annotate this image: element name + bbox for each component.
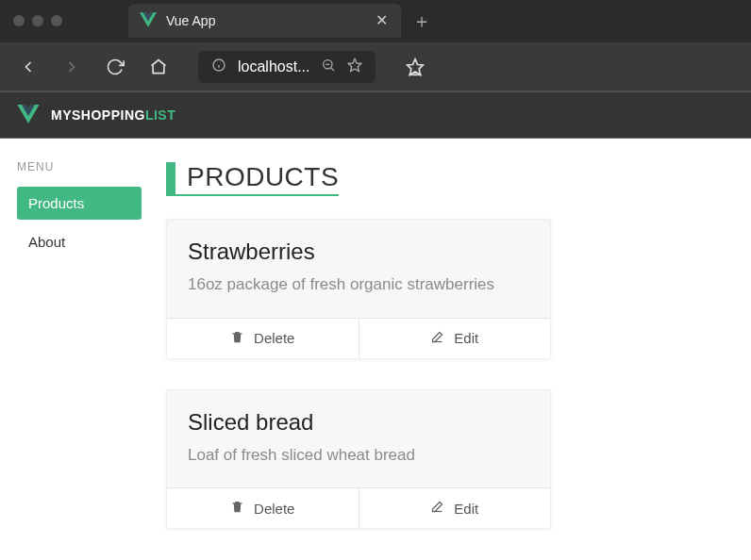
delete-label: Delete — [254, 330, 294, 346]
delete-button[interactable]: Delete — [167, 488, 359, 528]
trash-icon — [230, 330, 244, 347]
product-name: Sliced bread — [188, 409, 529, 436]
sidebar: MENU Products About — [17, 160, 142, 559]
card-actions: Delete Edit — [167, 487, 550, 528]
traffic-zoom-icon[interactable] — [51, 15, 62, 26]
edit-button[interactable]: Edit — [359, 319, 551, 358]
site-info-icon[interactable] — [211, 58, 226, 76]
close-tab-icon[interactable]: ✕ — [376, 13, 388, 28]
new-tab-button[interactable]: ＋ — [412, 8, 431, 34]
browser-chrome: Vue App ✕ ＋ localhost... — [0, 0, 751, 91]
browser-toolbar: localhost... — [0, 41, 751, 91]
brand-accent: LIST — [145, 107, 175, 123]
app-logo-icon — [17, 105, 40, 127]
sidebar-item-about[interactable]: About — [17, 225, 142, 258]
edit-label: Edit — [454, 501, 478, 517]
svg-marker-7 — [408, 58, 424, 74]
menu-label: MENU — [17, 160, 142, 173]
svg-marker-6 — [349, 58, 361, 71]
sidebar-item-label: Products — [28, 195, 84, 211]
forward-button[interactable] — [62, 58, 81, 76]
delete-label: Delete — [254, 501, 294, 517]
brand: MYSHOPPINGLIST — [51, 107, 175, 123]
app-header: MYSHOPPINGLIST — [0, 91, 751, 138]
favorite-icon[interactable] — [347, 58, 362, 76]
page: MENU Products About PRODUCTS Strawberrie… — [0, 138, 751, 559]
vue-logo-icon — [140, 12, 157, 30]
card-actions: Delete Edit — [167, 318, 550, 358]
edit-label: Edit — [454, 330, 478, 346]
edit-button[interactable]: Edit — [359, 488, 551, 528]
address-bar[interactable]: localhost... — [198, 51, 376, 83]
edit-icon — [430, 500, 444, 517]
edit-icon — [430, 330, 444, 347]
traffic-minimize-icon[interactable] — [32, 15, 43, 26]
delete-button[interactable]: Delete — [167, 319, 359, 358]
sidebar-item-products[interactable]: Products — [17, 187, 142, 220]
title-bar: Vue App ✕ ＋ — [0, 0, 751, 41]
brand-prefix: MY — [51, 107, 72, 123]
window-controls — [0, 15, 62, 26]
product-card: Strawberries 16oz package of fresh organ… — [166, 219, 551, 359]
url-text: localhost... — [238, 58, 309, 75]
trash-icon — [230, 500, 244, 517]
page-title: PRODUCTS — [166, 162, 339, 196]
product-name: Strawberries — [188, 239, 529, 265]
reload-button[interactable] — [106, 58, 125, 76]
browser-tab[interactable]: Vue App ✕ — [128, 4, 401, 38]
main: PRODUCTS Strawberries 16oz package of fr… — [166, 160, 551, 559]
product-description: 16oz package of fresh organic strawberri… — [188, 272, 529, 297]
product-card: Sliced bread Loaf of fresh sliced wheat … — [166, 389, 551, 530]
svg-line-4 — [331, 67, 334, 70]
sidebar-item-label: About — [28, 234, 65, 250]
home-button[interactable] — [149, 58, 168, 76]
favorites-bar-icon[interactable] — [406, 58, 425, 76]
product-description: Loaf of fresh sliced wheat bread — [188, 443, 529, 468]
brand-mid: SHOPPING — [72, 107, 145, 123]
traffic-close-icon[interactable] — [13, 15, 25, 26]
back-button[interactable] — [19, 58, 38, 76]
tab-title: Vue App — [166, 13, 215, 28]
zoom-out-icon[interactable] — [321, 58, 336, 76]
